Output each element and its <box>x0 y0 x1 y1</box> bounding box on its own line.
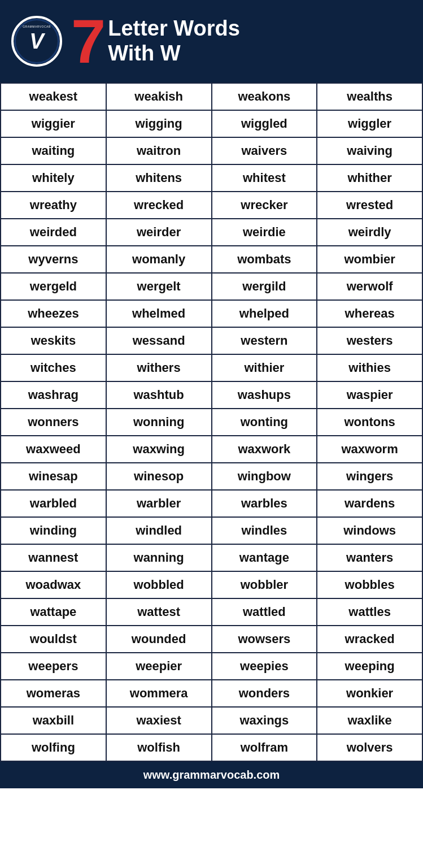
word-cell: whither <box>317 164 422 192</box>
table-row: wonnerswonningwontingwontons <box>1 409 422 436</box>
word-cell: western <box>212 327 317 354</box>
table-row: washragwashtubwashupswaspier <box>1 381 422 409</box>
table-row: woadwaxwobbledwobblerwobbles <box>1 571 422 598</box>
word-cell: witches <box>1 354 106 381</box>
word-cell: wolfish <box>106 734 212 761</box>
table-row: windingwindledwindleswindows <box>1 517 422 544</box>
word-cell: wracked <box>317 626 422 653</box>
word-cell: wolfing <box>1 734 106 761</box>
word-cell: weepers <box>1 653 106 680</box>
word-cell: wrecker <box>212 192 317 219</box>
word-cell: weepies <box>212 653 317 680</box>
table-row: waxweedwaxwingwaxworkwaxworm <box>1 436 422 463</box>
title-area: 7 Letter Words With W <box>71 10 240 72</box>
word-cell: wolfram <box>212 734 317 761</box>
word-cell: wyverns <box>1 246 106 273</box>
table-row: weirdedweirderweirdieweirdly <box>1 219 422 246</box>
word-cell: wreathy <box>1 192 106 219</box>
word-cell: westers <box>317 327 422 354</box>
word-cell: wiggier <box>1 110 106 137</box>
word-cell: wingers <box>317 463 422 490</box>
word-cell: winding <box>1 517 106 544</box>
word-cell: waxings <box>212 707 317 734</box>
word-cell: wonning <box>106 409 212 436</box>
word-cell: wannest <box>1 544 106 571</box>
table-row: wyvernswomanlywombatswombier <box>1 246 422 273</box>
word-cell: wattled <box>212 598 317 626</box>
word-cell: waxwork <box>212 436 317 463</box>
word-cell: wonting <box>212 409 317 436</box>
table-row: weskitswessandwesternwesters <box>1 327 422 354</box>
table-row: wannestwanningwantagewanters <box>1 544 422 571</box>
word-cell: wealths <box>317 83 422 110</box>
table-row: wiggierwiggingwiggledwiggler <box>1 110 422 137</box>
word-cell: womanly <box>106 246 212 273</box>
header: GRAMMARVOCAB V 7 Letter Words With W <box>0 0 423 83</box>
word-cell: wingbow <box>212 463 317 490</box>
word-cell: wergild <box>212 273 317 300</box>
word-cell: washrag <box>1 381 106 409</box>
word-cell: wombats <box>212 246 317 273</box>
table-row: wergeldwergeltwergildwerwolf <box>1 273 422 300</box>
word-cell: wattape <box>1 598 106 626</box>
word-cell: wigging <box>106 110 212 137</box>
word-cell: warbled <box>1 490 106 517</box>
word-cell: wombier <box>317 246 422 273</box>
word-cell: wattles <box>317 598 422 626</box>
table-row: wolfingwolfishwolframwolvers <box>1 734 422 761</box>
word-cell: weakish <box>106 83 212 110</box>
word-cell: wattest <box>106 598 212 626</box>
word-cell: whitens <box>106 164 212 192</box>
word-cell: wergelt <box>106 273 212 300</box>
word-cell: withier <box>212 354 317 381</box>
title-line2: With W <box>108 41 240 66</box>
word-cell: wanning <box>106 544 212 571</box>
word-cell: wessand <box>106 327 212 354</box>
footer: www.grammarvocab.com <box>0 762 423 788</box>
word-cell: werwolf <box>317 273 422 300</box>
word-cell: waspier <box>317 381 422 409</box>
word-cell: whitely <box>1 164 106 192</box>
word-cell: windled <box>106 517 212 544</box>
word-cell: weakons <box>212 83 317 110</box>
table-row: wouldstwoundedwowserswracked <box>1 626 422 653</box>
table-row: waitingwaitronwaiverswaiving <box>1 137 422 164</box>
word-cell: wantage <box>212 544 317 571</box>
word-cell: weirdly <box>317 219 422 246</box>
word-cell: wanters <box>317 544 422 571</box>
word-cell: wobbler <box>212 571 317 598</box>
word-cell: weskits <box>1 327 106 354</box>
word-cell: weepier <box>106 653 212 680</box>
word-cell: woadwax <box>1 571 106 598</box>
word-cell: womeras <box>1 680 106 707</box>
word-cell: weirder <box>106 219 212 246</box>
table-row: waxbillwaxiestwaxingswaxlike <box>1 707 422 734</box>
word-cell: weirdie <box>212 219 317 246</box>
word-cell: windows <box>317 517 422 544</box>
word-cell: weakest <box>1 83 106 110</box>
logo-v-letter: V <box>29 31 43 52</box>
table-row: whitelywhitenswhitestwhither <box>1 164 422 192</box>
word-cell: waxweed <box>1 436 106 463</box>
word-cell: wommera <box>106 680 212 707</box>
word-cell: weirded <box>1 219 106 246</box>
word-cell: wobbles <box>317 571 422 598</box>
word-cell: wrested <box>317 192 422 219</box>
table-row: weakestweakishweakonswealths <box>1 83 422 110</box>
word-cell: waxwing <box>106 436 212 463</box>
table-row: wreathywreckedwreckerwrested <box>1 192 422 219</box>
word-cell: wheezes <box>1 300 106 327</box>
word-cell: whereas <box>317 300 422 327</box>
title-block: Letter Words With W <box>108 16 240 66</box>
footer-url: www.grammarvocab.com <box>143 769 280 781</box>
title-line1: Letter Words <box>108 16 240 41</box>
word-cell: windles <box>212 517 317 544</box>
word-cell: winesap <box>1 463 106 490</box>
word-cell: winesop <box>106 463 212 490</box>
logo: GRAMMARVOCAB V <box>11 16 62 67</box>
word-cell: wardens <box>317 490 422 517</box>
word-cell: wergeld <box>1 273 106 300</box>
word-cell: wobbled <box>106 571 212 598</box>
word-cell: wontons <box>317 409 422 436</box>
word-cell: weeping <box>317 653 422 680</box>
